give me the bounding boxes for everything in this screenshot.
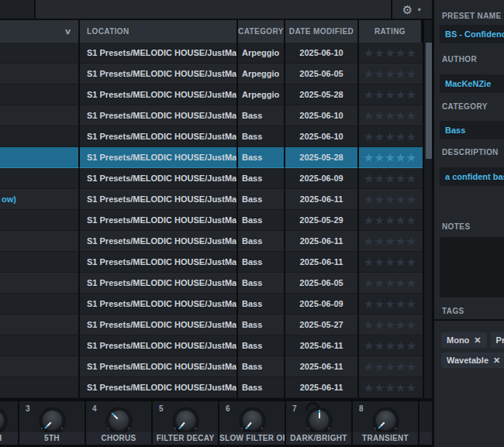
category-cell: Bass [238, 356, 285, 377]
preset-row[interactable]: S1 Presets/MELODIC HOUSE/JustMakeMu Bass… [0, 335, 423, 356]
preset-row[interactable]: S1 Presets/MELODIC HOUSE/JustMakeMu Bass… [0, 294, 423, 315]
author-field[interactable]: MacKeNZie [440, 74, 504, 93]
rating-stars[interactable]: ★★★★★ [359, 189, 423, 210]
macro-knob-cell: 4 CHORUS [86, 401, 153, 447]
macro-knob-cell: 3 5TH [19, 401, 86, 447]
preset-row[interactable]: S1 Presets/MELODIC HOUSE/JustMakeMu Bass… [0, 315, 423, 335]
location-cell: S1 Presets/MELODIC HOUSE/JustMakeMu [80, 315, 238, 335]
preset-name-cell [0, 84, 80, 105]
knob-dial[interactable] [0, 408, 6, 432]
location-cell: S1 Presets/MELODIC HOUSE/JustMakeMu [80, 64, 238, 84]
location-cell: S1 Presets/MELODIC HOUSE/JustMakeMu [80, 189, 238, 210]
knob-pointer [245, 420, 254, 429]
preset-row[interactable]: S1 Presets/MELODIC HOUSE/JustMakeMu Arpe… [0, 64, 423, 84]
table-header: ∨ LOCATION CATEGORY DATE MODIFIED RATING [0, 20, 432, 43]
preset-name-cell [0, 168, 80, 189]
column-header-rating[interactable]: RATING [359, 20, 423, 43]
preset-row[interactable]: S1 Presets/MELODIC HOUSE/JustMakeMu Bass… [0, 168, 423, 189]
date-modified-cell: 2025-06-11 [285, 356, 359, 377]
rating-stars[interactable]: ★★★★★ [359, 147, 423, 168]
preset-name-cell [0, 377, 80, 398]
rating-stars[interactable]: ★★★★★ [359, 356, 423, 377]
knob-min-dot [375, 428, 376, 429]
preset-row[interactable]: S1 Presets/MELODIC HOUSE/JustMakeMu Bass… [0, 231, 423, 252]
macro-number: 8 [359, 404, 364, 413]
location-cell: S1 Presets/MELODIC HOUSE/JustMakeMu [80, 168, 238, 189]
location-cell: S1 Presets/MELODIC HOUSE/JustMakeMu [80, 294, 238, 315]
category-cell: Bass [238, 335, 285, 356]
rating-stars[interactable]: ★★★★★ [359, 294, 423, 315]
column-header-category[interactable]: CATEGORY [238, 20, 285, 43]
rating-stars[interactable]: ★★★★★ [359, 252, 423, 273]
rating-stars[interactable]: ★★★★★ [359, 126, 423, 147]
preset-name-cell [0, 105, 80, 126]
preset-row[interactable]: S1 Presets/MELODIC HOUSE/JustMakeMu Bass… [0, 147, 423, 168]
preset-name-cell [0, 210, 80, 231]
preset-name-label: PRESET NAME [442, 12, 502, 20]
preset-row[interactable]: S1 Presets/MELODIC HOUSE/JustMakeMu Bass… [0, 252, 423, 273]
knob-max-dot [61, 428, 63, 429]
category-cell: Bass [238, 231, 285, 252]
rating-stars[interactable]: ★★★★★ [359, 210, 423, 231]
author-label: AUTHOR [442, 55, 477, 64]
remove-tag-icon[interactable]: ✕ [493, 356, 500, 366]
preset-name-cell [0, 43, 80, 64]
macro-label: TRANSIENT [353, 432, 418, 445]
notes-field[interactable] [440, 237, 504, 297]
preset-detail-panel: PRESET NAME BS - Confidence AUTHOR MacKe… [432, 0, 504, 447]
preset-name-cell: ow) [0, 189, 80, 210]
preset-row[interactable]: S1 Presets/MELODIC HOUSE/JustMakeMu Arpe… [0, 43, 423, 64]
column-header-location[interactable]: LOCATION [80, 20, 238, 43]
location-cell: S1 Presets/MELODIC HOUSE/JustMakeMu [80, 126, 238, 147]
macro-knob-cell: 7 DARK/BRIGHT [286, 401, 353, 447]
rating-stars[interactable]: ★★★★★ [359, 64, 423, 84]
macro-panel-spacer [419, 401, 432, 447]
preset-row[interactable]: S1 Presets/MELODIC HOUSE/JustMakeMu Bass… [0, 210, 423, 231]
table-options-button[interactable]: ⚙ ▼ [391, 0, 432, 19]
column-header-date-modified[interactable]: DATE MODIFIED [285, 20, 359, 43]
preset-name-cell [0, 147, 80, 168]
category-cell: Bass [238, 126, 285, 147]
toolbar-left-segment[interactable] [0, 0, 36, 19]
location-cell: S1 Presets/MELODIC HOUSE/JustMakeMu [80, 84, 238, 105]
description-field[interactable]: a confident bass [440, 167, 504, 186]
macro-number: 7 [292, 404, 297, 413]
knob-min-dot [108, 428, 109, 429]
rating-stars[interactable]: ★★★★★ [359, 335, 423, 356]
preset-row[interactable]: S1 Presets/MELODIC HOUSE/JustMakeMu Bass… [0, 356, 423, 377]
rating-stars[interactable]: ★★★★★ [359, 43, 423, 64]
category-cell: Bass [238, 294, 285, 315]
knob-pointer [44, 420, 53, 428]
category-field[interactable]: Bass [440, 121, 504, 139]
remove-tag-icon[interactable]: ✕ [474, 335, 481, 346]
rating-stars[interactable]: ★★★★★ [359, 231, 423, 252]
column-header-name[interactable]: ∨ [0, 20, 80, 43]
rating-stars[interactable]: ★★★★★ [359, 168, 423, 189]
rating-stars[interactable]: ★★★★★ [359, 315, 423, 335]
rating-stars[interactable]: ★★★★★ [359, 273, 423, 294]
preset-row[interactable]: S1 Presets/MELODIC HOUSE/JustMakeMu Bass… [0, 273, 423, 294]
macro-number: 4 [92, 404, 97, 413]
table-scrollbar[interactable] [423, 20, 432, 398]
tag-label: Mono [447, 335, 469, 345]
preset-browser-window: ⚙ ▼ ∨ LOCATION CATEGORY DATE MODIFIED RA… [0, 0, 504, 447]
rating-stars[interactable]: ★★★★★ [359, 377, 423, 398]
preset-row[interactable]: S1 Presets/MELODIC HOUSE/JustMakeMu Arpe… [0, 84, 423, 105]
knob-pointer [111, 412, 119, 421]
category-cell: Bass [238, 315, 285, 335]
rating-stars[interactable]: ★★★★★ [359, 105, 423, 126]
preset-row[interactable]: S1 Presets/MELODIC HOUSE/JustMakeMu Bass… [0, 105, 423, 126]
table-toolbar: ⚙ ▼ [0, 0, 432, 20]
knob-max-dot [395, 428, 396, 429]
rating-stars[interactable]: ★★★★★ [359, 84, 423, 105]
date-modified-cell: 2025-06-10 [285, 105, 359, 126]
date-modified-cell: 2025-05-28 [285, 147, 359, 168]
knob-max-dot [195, 428, 196, 429]
date-modified-cell: 2025-06-10 [285, 126, 359, 147]
preset-row[interactable]: S1 Presets/MELODIC HOUSE/JustMakeMu Bass… [0, 126, 423, 147]
scrollbar-thumb[interactable] [426, 43, 432, 159]
preset-name-field[interactable]: BS - Confidence [440, 25, 504, 43]
preset-row[interactable]: ow) S1 Presets/MELODIC HOUSE/JustMakeMu … [0, 189, 423, 210]
macro-knob-partial: H [0, 401, 19, 447]
preset-row[interactable]: S1 Presets/MELODIC HOUSE/JustMakeMu Bass… [0, 377, 423, 398]
